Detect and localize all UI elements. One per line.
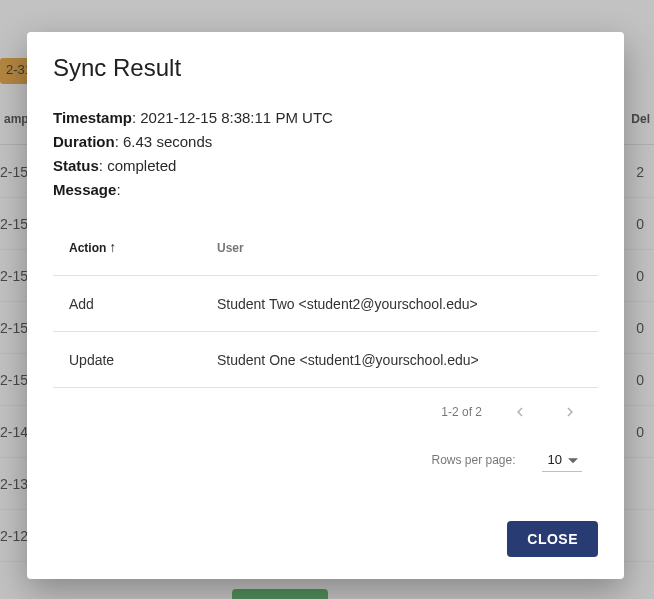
prev-page-button[interactable] — [508, 400, 532, 424]
sort-asc-icon: ↑ — [109, 240, 116, 254]
status-label: Status — [53, 157, 99, 174]
col-header-user[interactable]: User — [217, 241, 582, 255]
chevron-left-icon — [511, 403, 529, 421]
dialog-actions: CLOSE — [53, 521, 598, 557]
dialog-title: Sync Result — [53, 54, 598, 82]
next-page-button[interactable] — [558, 400, 582, 424]
close-button[interactable]: CLOSE — [507, 521, 598, 557]
cell-user: Student One <student1@yourschool.edu> — [217, 352, 582, 368]
table-row: Add Student Two <student2@yourschool.edu… — [53, 276, 598, 332]
rows-per-page-select[interactable]: 10 — [542, 448, 582, 472]
duration-label: Duration — [53, 133, 115, 150]
timestamp-value: 2021-12-15 8:38:11 PM UTC — [140, 109, 333, 126]
duration-value: 6.43 seconds — [123, 133, 212, 150]
pagination: 1-2 of 2 — [53, 388, 598, 424]
message-label: Message — [53, 181, 116, 198]
status-value: completed — [107, 157, 176, 174]
meta-block: Timestamp: 2021-12-15 8:38:11 PM UTC Dur… — [53, 106, 598, 202]
pagination-range: 1-2 of 2 — [441, 405, 482, 419]
cell-action: Update — [69, 352, 217, 368]
rows-per-page-label: Rows per page: — [431, 453, 515, 467]
timestamp-label: Timestamp — [53, 109, 132, 126]
rows-per-page: Rows per page: 10 — [53, 424, 598, 472]
table-header: Action↑ User — [53, 220, 598, 276]
table-row: Update Student One <student1@yourschool.… — [53, 332, 598, 388]
col-header-action[interactable]: Action↑ — [69, 240, 217, 255]
chevron-right-icon — [561, 403, 579, 421]
cell-action: Add — [69, 296, 217, 312]
sync-result-dialog: Sync Result Timestamp: 2021-12-15 8:38:1… — [27, 32, 624, 579]
cell-user: Student Two <student2@yourschool.edu> — [217, 296, 582, 312]
results-table: Action↑ User Add Student Two <student2@y… — [53, 220, 598, 388]
